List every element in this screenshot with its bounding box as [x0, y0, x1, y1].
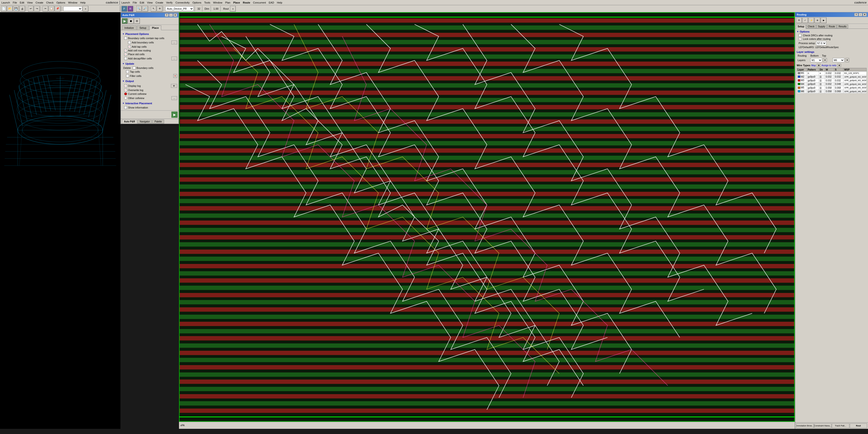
toolbar-more-right[interactable]: » [230, 6, 236, 11]
filler-cells-x-btn[interactable]: ✕ [173, 74, 177, 78]
add-cell-row-checkbox[interactable]: ✓ [124, 49, 127, 52]
toolbar-redo[interactable]: ↪ [34, 6, 40, 11]
routing-options-header[interactable]: ▼ Options [797, 30, 867, 33]
table-row[interactable]: M3 gs9ps9 ||| 0.032 0.032 APR_gs9ps9_M3_… [797, 79, 867, 82]
toolbar-zoom-out[interactable]: 🔎 [142, 6, 148, 11]
right-menu-options[interactable]: Options [191, 1, 203, 4]
routing-min-btn[interactable]: ─ [859, 13, 862, 16]
right-menu-verify[interactable]: Verify [164, 1, 174, 4]
process-setup-select[interactable]: N7-9 [816, 41, 827, 45]
add-boundary-checkbox[interactable] [128, 41, 131, 44]
device-select[interactable]: Auto_Device_PR [165, 6, 194, 11]
left-menu-edit[interactable]: Edit [19, 1, 26, 4]
right-menu-edit[interactable]: Edit [138, 1, 146, 4]
routing-tab-supply[interactable]: Supply [816, 25, 827, 29]
check-drcs-checkbox[interactable] [799, 34, 801, 37]
table-row[interactable]: M1 n ≡ 0.032 0.032 M1_128_WSP1 [797, 71, 867, 75]
tab-setup[interactable]: Setup [137, 26, 149, 30]
left-menu-window[interactable]: Window [67, 1, 79, 4]
update-header[interactable]: ▼ Update [122, 62, 177, 65]
top-layer-select[interactable]: M6 [833, 58, 844, 62]
toolbar-save[interactable]: 💾 [13, 6, 19, 11]
add-tap-checkbox[interactable]: ✓ [128, 45, 131, 48]
top-layer-dropdown[interactable]: ▼ [845, 58, 849, 62]
toolbar-more-left[interactable]: » [83, 6, 88, 11]
toolbar-route-btn[interactable]: R [127, 6, 133, 11]
right-menu-help[interactable]: Help [276, 1, 284, 4]
add-decap-dots-btn[interactable]: ... [172, 57, 177, 60]
routing-btn2[interactable]: ✓ [802, 18, 808, 23]
left-menu-check[interactable]: Check [44, 1, 55, 4]
right-menu-route[interactable]: Route [241, 1, 251, 4]
right-menu-ead[interactable]: EAD [267, 1, 276, 4]
wire-map-icon[interactable]: ⊞ [817, 64, 820, 67]
display-log-checkbox[interactable]: ✓ [124, 85, 127, 87]
routing-btn1[interactable]: R [796, 18, 802, 23]
output-header[interactable]: ▼ Output [122, 80, 177, 82]
table-row[interactable]: M4 gs9ps9 ||| 0.032 0.048 APR_gs9ps9_M4_… [797, 82, 867, 86]
routing-close-btn[interactable]: ✕ [863, 13, 867, 16]
routing-tab-check[interactable]: Check [806, 25, 816, 29]
show-info-checkbox[interactable] [124, 106, 127, 109]
toolbar-place[interactable]: P [121, 6, 127, 11]
assign-nets-label[interactable]: Assign to nets [822, 64, 836, 67]
autopar-min-btn[interactable]: ─ [169, 13, 173, 17]
dialog-settings-btn[interactable]: ⚙ [134, 18, 140, 24]
overwrite-log-checkbox[interactable]: ✓ [124, 89, 127, 92]
rout-btn[interactable]: Rout [850, 423, 867, 428]
add-boundary-dots-btn[interactable]: ... [172, 40, 177, 44]
routing-help-btn[interactable]: ? [854, 13, 858, 16]
right-menu-window[interactable]: Window [212, 1, 224, 4]
toolbar-copy[interactable]: 📋 [49, 6, 54, 11]
place-std-checkbox[interactable]: ✓ [124, 53, 127, 56]
bottom-layer-select[interactable]: M1 [810, 58, 822, 62]
toolbar-move[interactable]: ✛ [157, 6, 162, 11]
right-menu-plan[interactable]: Plan [224, 1, 232, 4]
assign-nets-icon[interactable]: ⊕ [837, 64, 841, 67]
routing-btn4[interactable]: ⊕ [815, 18, 820, 23]
routing-btn5[interactable]: ▶ [821, 18, 827, 23]
current-cellview-radio[interactable] [124, 93, 127, 95]
left-menu-launch[interactable]: Launch [0, 1, 11, 4]
lock-colors-checkbox[interactable]: ✓ [799, 37, 801, 40]
right-menu-place[interactable]: Place [232, 1, 242, 4]
left-menu-create[interactable]: Create [34, 1, 44, 4]
toolbar-cut[interactable]: ✂ [42, 6, 48, 11]
footer-tab-navigator[interactable]: Navigator [138, 120, 152, 124]
dialog-run-btn[interactable]: ▶ [122, 18, 127, 24]
tab-initialize[interactable]: Initialize [122, 26, 136, 30]
left-menu-file[interactable]: File [11, 1, 19, 4]
view-mode-select[interactable]: Classic [63, 6, 82, 11]
delete-boundary-checkbox[interactable] [133, 67, 135, 69]
table-row[interactable]: M2 gs9ps9 ||| 0.032 0.032 APR_gs9ps9_M2_… [797, 75, 867, 79]
routing-btn3[interactable]: ⚡ [808, 18, 814, 23]
right-menu-tools[interactable]: Tools [203, 1, 212, 4]
toolbar-zoom-in[interactable]: 🔍 [136, 6, 142, 11]
right-menu-launch[interactable]: Launch [120, 1, 131, 4]
dialog-run-green-btn[interactable]: ▶ [172, 111, 178, 118]
table-row[interactable]: M5 gs9ps9 ||| 0.058 0.068 APR_gs9ps9_M5_… [797, 86, 867, 90]
placement-options-header[interactable]: ▼ Placement Options [122, 33, 177, 35]
toolbar-open[interactable]: 📂 [7, 6, 13, 11]
other-cellview-dots-btn[interactable]: ... [172, 96, 177, 100]
left-menu-options[interactable]: Options [55, 1, 67, 4]
tab-place[interactable]: Place [150, 26, 161, 30]
wire-types-map[interactable]: Map [811, 64, 816, 67]
display-log-eye-btn[interactable]: 👁 [171, 84, 177, 88]
table-row[interactable]: M6 gs9ps9 ||| 0.058 0.068 APR_gs9ps9_M6_… [797, 90, 867, 93]
other-cellview-radio[interactable] [124, 97, 127, 100]
left-menu-view[interactable]: View [26, 1, 34, 4]
footer-tab-autopar[interactable]: Auto P&R [122, 120, 137, 124]
autopar-close-btn[interactable]: ✕ [173, 13, 177, 17]
annotation-brow-btn[interactable]: Annotation Brow... [796, 423, 814, 428]
routing-tab-route[interactable]: Route [827, 25, 837, 29]
left-menu-help[interactable]: Help [79, 1, 87, 4]
dialog-stop-btn[interactable]: ⏹ [128, 18, 134, 24]
toolbar-select[interactable]: ↖ [151, 6, 156, 11]
routing-tab-setup[interactable]: Setup [796, 25, 806, 29]
chip-canvas-area[interactable] [179, 12, 795, 422]
right-menu-view[interactable]: View [146, 1, 154, 4]
boundary-tap-checkbox[interactable] [124, 37, 127, 40]
footer-tab-palette[interactable]: Palette [152, 120, 164, 124]
tap-cells-checkbox[interactable] [126, 70, 129, 73]
